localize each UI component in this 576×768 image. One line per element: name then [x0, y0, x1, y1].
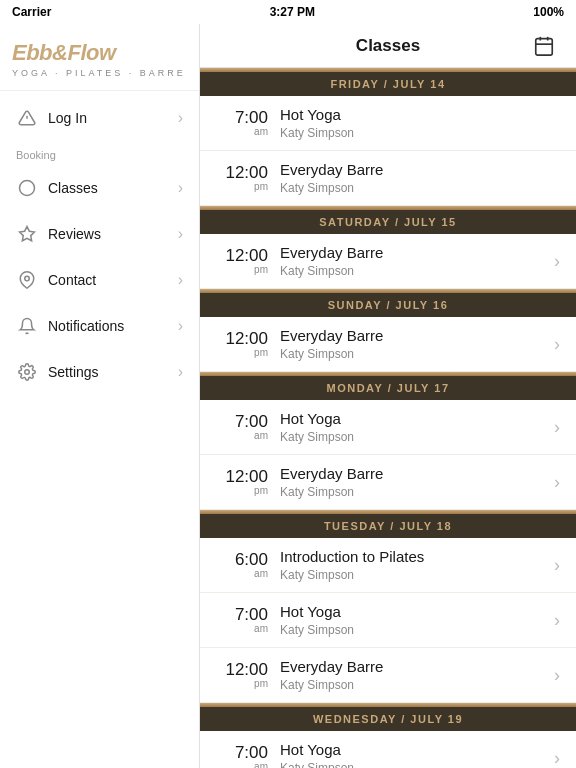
class-chevron-icon: › — [554, 555, 560, 576]
class-info: Everyday BarreKaty Simpson — [280, 465, 554, 499]
class-item[interactable]: 7:00amHot YogaKaty Simpson› — [200, 593, 576, 648]
sidebar-item-notifications[interactable]: Notifications › — [0, 303, 199, 349]
class-chevron-icon: › — [554, 748, 560, 769]
class-ampm: am — [216, 761, 268, 768]
logo-text: Ebb&Flow — [12, 40, 116, 65]
circle-icon — [16, 177, 38, 199]
gear-icon — [16, 361, 38, 383]
class-hour: 7:00 — [216, 606, 268, 623]
class-hour: 7:00 — [216, 413, 268, 430]
settings-chevron: › — [178, 363, 183, 381]
settings-label: Settings — [48, 364, 178, 380]
content-title: Classes — [248, 36, 528, 56]
class-instructor: Katy Simpson — [280, 126, 560, 140]
day-header: WEDNESDAY / JULY 19 — [200, 707, 576, 731]
class-time: 7:00am — [216, 744, 268, 768]
class-item[interactable]: 12:00pmEveryday BarreKaty Simpson — [200, 151, 576, 206]
class-time: 12:00pm — [216, 330, 268, 358]
class-name: Everyday Barre — [280, 658, 554, 676]
reviews-chevron: › — [178, 225, 183, 243]
class-ampm: pm — [216, 347, 268, 358]
class-chevron-icon: › — [554, 334, 560, 355]
class-item[interactable]: 12:00pmEveryday BarreKaty Simpson› — [200, 234, 576, 289]
class-name: Hot Yoga — [280, 410, 554, 428]
sidebar-item-classes[interactable]: Classes › — [0, 165, 199, 211]
class-info: Everyday BarreKaty Simpson — [280, 244, 554, 278]
class-ampm: pm — [216, 678, 268, 689]
class-info: Hot YogaKaty Simpson — [280, 410, 554, 444]
class-item[interactable]: 7:00amHot YogaKaty Simpson — [200, 96, 576, 151]
class-chevron-icon: › — [554, 251, 560, 272]
class-time: 7:00am — [216, 413, 268, 441]
class-hour: 12:00 — [216, 247, 268, 264]
svg-point-4 — [25, 276, 30, 281]
class-instructor: Katy Simpson — [280, 623, 554, 637]
class-instructor: Katy Simpson — [280, 347, 554, 361]
booking-section-label: Booking — [0, 141, 199, 165]
class-instructor: Katy Simpson — [280, 181, 560, 195]
class-time: 6:00am — [216, 551, 268, 579]
class-item[interactable]: 12:00pmEveryday BarreKaty Simpson› — [200, 648, 576, 703]
sidebar-item-contact[interactable]: Contact › — [0, 257, 199, 303]
class-item[interactable]: 6:00amIntroduction to PilatesKaty Simpso… — [200, 538, 576, 593]
class-chevron-icon: › — [554, 610, 560, 631]
class-hour: 12:00 — [216, 661, 268, 678]
svg-marker-3 — [20, 227, 35, 241]
class-item[interactable]: 12:00pmEveryday BarreKaty Simpson› — [200, 455, 576, 510]
login-item[interactable]: Log In › — [0, 95, 199, 141]
class-ampm: am — [216, 568, 268, 579]
class-item[interactable]: 7:00amHot YogaKaty Simpson› — [200, 731, 576, 768]
class-hour: 6:00 — [216, 551, 268, 568]
day-header: SATURDAY / JULY 15 — [200, 210, 576, 234]
sidebar-item-settings[interactable]: Settings › — [0, 349, 199, 395]
time-label: 3:27 PM — [270, 5, 315, 19]
notifications-label: Notifications — [48, 318, 178, 334]
class-time: 12:00pm — [216, 661, 268, 689]
classes-label: Classes — [48, 180, 178, 196]
sidebar: Ebb&Flow YOGA · PILATES · BARRE Log In › — [0, 24, 200, 768]
calendar-icon-button[interactable] — [528, 30, 560, 62]
day-header: TUESDAY / JULY 18 — [200, 514, 576, 538]
class-ampm: pm — [216, 264, 268, 275]
warning-icon — [16, 107, 38, 129]
class-instructor: Katy Simpson — [280, 264, 554, 278]
class-ampm: pm — [216, 181, 268, 192]
class-name: Hot Yoga — [280, 741, 554, 759]
logo-title: Ebb&Flow — [12, 40, 187, 66]
content-header: Classes — [200, 24, 576, 68]
class-ampm: am — [216, 126, 268, 137]
class-name: Introduction to Pilates — [280, 548, 554, 566]
class-chevron-icon: › — [554, 665, 560, 686]
class-instructor: Katy Simpson — [280, 678, 554, 692]
class-ampm: pm — [216, 485, 268, 496]
class-hour: 7:00 — [216, 744, 268, 761]
sidebar-item-reviews[interactable]: Reviews › — [0, 211, 199, 257]
class-ampm: am — [216, 430, 268, 441]
app-body: Ebb&Flow YOGA · PILATES · BARRE Log In › — [0, 24, 576, 768]
class-time: 12:00pm — [216, 468, 268, 496]
login-chevron: › — [178, 109, 183, 127]
class-info: Introduction to PilatesKaty Simpson — [280, 548, 554, 582]
class-time: 7:00am — [216, 606, 268, 634]
class-info: Hot YogaKaty Simpson — [280, 106, 560, 140]
class-hour: 12:00 — [216, 330, 268, 347]
svg-point-2 — [20, 181, 35, 196]
class-info: Everyday BarreKaty Simpson — [280, 327, 554, 361]
day-header: SUNDAY / JULY 16 — [200, 293, 576, 317]
class-name: Everyday Barre — [280, 244, 554, 262]
day-header: FRIDAY / JULY 14 — [200, 72, 576, 96]
notifications-chevron: › — [178, 317, 183, 335]
class-instructor: Katy Simpson — [280, 761, 554, 768]
class-hour: 12:00 — [216, 164, 268, 181]
class-item[interactable]: 12:00pmEveryday BarreKaty Simpson› — [200, 317, 576, 372]
reviews-label: Reviews — [48, 226, 178, 242]
battery-label: 100% — [533, 5, 564, 19]
logo-subtitle: YOGA · PILATES · BARRE — [12, 68, 187, 78]
star-icon — [16, 223, 38, 245]
status-bar: Carrier 3:27 PM 100% — [0, 0, 576, 24]
class-item[interactable]: 7:00amHot YogaKaty Simpson› — [200, 400, 576, 455]
svg-rect-6 — [536, 38, 553, 54]
class-name: Everyday Barre — [280, 161, 560, 179]
class-instructor: Katy Simpson — [280, 485, 554, 499]
class-chevron-icon: › — [554, 472, 560, 493]
